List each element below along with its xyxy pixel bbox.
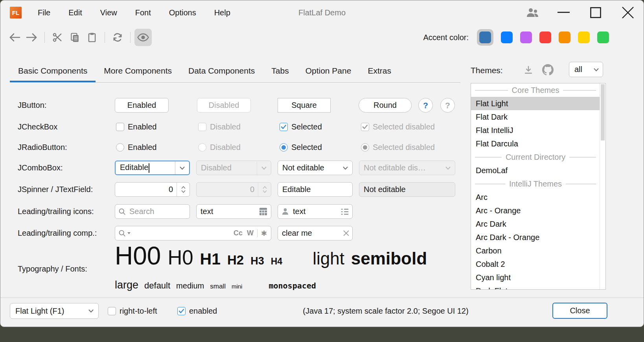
field-divider [257,229,258,237]
text-input[interactable] [200,207,256,216]
spinner-down-icon[interactable] [181,190,186,193]
radio-enabled[interactable]: Enabled [116,140,156,155]
accent-swatch[interactable] [597,31,609,43]
clear-icon[interactable] [343,230,349,236]
radio-selected[interactable]: Selected [280,140,322,155]
menu-font[interactable]: Font [126,8,160,17]
users-icon[interactable] [523,0,543,25]
themes-label: Themes: [471,63,503,78]
search-icon [118,208,126,215]
regex-button[interactable]: ✱ [260,229,268,238]
laf-selector-combobox[interactable]: Flat Light (F1) [10,303,99,319]
search-dropdown-icon[interactable] [127,232,131,234]
themes-filter-value: all [574,65,582,74]
menu-file[interactable]: File [29,8,59,17]
spinner-disabled: 0 [196,182,271,197]
theme-item-flat-light[interactable]: Flat Light [471,97,600,110]
tab-basic-components[interactable]: Basic Components [10,59,96,82]
eye-toggle-button[interactable] [134,29,152,46]
tab-option-pane[interactable]: Option Pane [297,59,360,82]
rtl-checkbox[interactable]: right-to-left [108,303,157,319]
themes-filter-combobox[interactable]: all [569,62,603,77]
tab-tabs[interactable]: Tabs [263,59,297,82]
enabled-checkbox[interactable]: enabled [177,303,217,319]
clearable-input[interactable] [281,229,340,238]
paste-button[interactable] [83,29,101,46]
github-icon[interactable] [541,63,554,76]
checkbox-check-icon [177,307,186,315]
menu-options[interactable]: Options [160,8,205,17]
toolbar-separator [105,32,105,43]
text-field-leading-trailing-icons[interactable] [278,204,353,219]
refresh-button[interactable] [109,29,126,46]
theme-item-flat-darcula[interactable]: Flat Darcula [471,137,600,150]
checkbox-enabled[interactable]: Enabled [116,120,156,134]
accent-swatch[interactable] [578,31,590,43]
spinner-down-icon [263,190,267,193]
text-field-trailing-icon[interactable] [196,204,271,219]
menubar: File Edit View Font Options Help [29,0,239,25]
main-tabbar: Basic Components More Components Data Co… [10,59,460,83]
tab-data-components[interactable]: Data Components [180,59,263,82]
back-button[interactable] [6,29,23,46]
themes-scrollbar[interactable] [600,83,605,289]
search-field-with-options[interactable]: Cc W ✱ [115,226,271,240]
menu-view[interactable]: View [91,8,126,17]
menu-edit[interactable]: Edit [59,8,91,17]
round-button[interactable]: Round [359,98,412,113]
theme-item-demolaf[interactable]: DemoLaf [471,164,600,177]
whole-word-button[interactable]: W [246,229,254,237]
theme-item-arc-dark[interactable]: Arc Dark [471,217,600,231]
tab-extras[interactable]: Extras [359,59,399,82]
theme-item-cobalt-2[interactable]: Cobalt 2 [471,257,600,271]
square-button[interactable]: Square [278,98,331,113]
theme-item-carbon[interactable]: Carbon [471,244,600,257]
search-input[interactable] [133,229,230,238]
h2-sample: H2 [227,253,244,268]
checkbox-selected[interactable]: Selected [280,120,322,134]
forward-button[interactable] [23,29,40,46]
accent-swatch[interactable] [501,31,513,43]
combobox-not-editable[interactable]: Not editable [278,161,353,175]
toolbar-separator [44,32,45,43]
search-icon[interactable] [118,229,126,237]
theme-item-arc-dark-orange[interactable]: Arc Dark - Orange [471,231,600,244]
minimize-button[interactable] [553,0,574,25]
theme-item-flat-dark[interactable]: Flat Dark [471,110,600,124]
menu-help[interactable]: Help [205,8,239,17]
search-input[interactable] [129,207,186,216]
textfield-editable[interactable]: Editable [278,182,353,197]
theme-item-arc-orange[interactable]: Arc - Orange [471,204,600,217]
theme-item-arc[interactable]: Arc [471,190,600,204]
scrollbar-thumb[interactable] [601,84,605,140]
window-close-button[interactable] [618,0,638,25]
cut-button[interactable] [49,29,66,46]
maximize-button[interactable] [585,0,606,25]
download-icon[interactable] [523,64,534,76]
accent-swatch [479,31,491,43]
theme-item-cyan-light[interactable]: Cyan light [471,271,600,284]
accent-swatch-selected[interactable] [477,29,493,46]
text-input[interactable] [292,207,338,216]
enabled-checkbox-label: enabled [189,307,217,316]
close-button[interactable]: Close [552,303,607,319]
copy-button[interactable] [66,29,83,46]
chevron-down-icon[interactable] [175,161,189,174]
clearable-field[interactable] [278,226,353,240]
chevron-down-icon [441,161,455,175]
spinner[interactable]: 0 [115,182,190,197]
help-button[interactable]: ? [418,98,433,113]
accent-swatch[interactable] [559,31,570,43]
accent-swatch[interactable] [539,31,551,43]
tab-more-components[interactable]: More Components [96,59,180,82]
checkbox-check-icon [280,123,288,131]
chevron-down-icon [257,161,271,175]
spinner-up-icon[interactable] [181,186,186,189]
search-field[interactable] [115,204,190,219]
theme-item-flat-intellij[interactable]: Flat IntelliJ [471,124,600,137]
accent-swatch[interactable] [520,31,532,43]
combobox-editable[interactable]: Editable [115,161,190,175]
enabled-button[interactable]: Enabled [115,98,169,113]
theme-item-dark-flat[interactable]: Dark Flat [471,284,600,290]
match-case-button[interactable]: Cc [233,229,243,237]
